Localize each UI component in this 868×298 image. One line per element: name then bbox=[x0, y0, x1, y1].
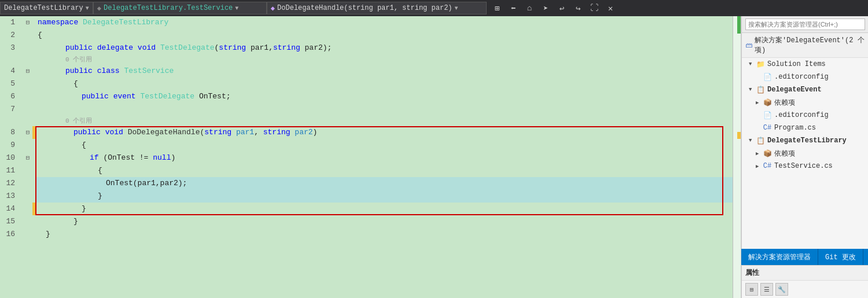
solution-icon: 🗃 bbox=[745, 41, 752, 50]
se-search-input[interactable] bbox=[745, 19, 865, 30]
proj-icon-delegate-event: 📋 bbox=[756, 85, 765, 94]
ln-7: 7 bbox=[0, 103, 19, 116]
properties-panel: 属性 ⊞ ☰ 🔧 bbox=[741, 265, 868, 298]
tab-solution-explorer[interactable]: 解决方案资源管理器 bbox=[741, 249, 818, 265]
ln-3: 3 bbox=[0, 42, 19, 54]
main-content: 1 2 3 4 5 6 7 8 9 10 11 12 13 💡 14 15 bbox=[0, 16, 868, 298]
file-icon-editorconfig-1: 📄 bbox=[763, 72, 772, 82]
se-search-bar bbox=[742, 16, 868, 33]
code-line-3: public delegate void TestDelegate ( stri… bbox=[35, 42, 741, 54]
class-dropdown-label: DelegateTestLibrary.TestService bbox=[104, 4, 233, 12]
class-dropdown-arrow: ▼ bbox=[235, 5, 238, 12]
ref-hint-0: 0 个引用 bbox=[35, 54, 741, 65]
ln-12: 12 bbox=[0, 177, 19, 190]
redo-button[interactable]: ↪ bbox=[570, 2, 586, 14]
split-view-button[interactable]: ⊞ bbox=[489, 2, 505, 14]
prop-icon-wrench[interactable]: 🔧 bbox=[775, 283, 788, 296]
class-dropdown[interactable]: ◆ DelegateTestLibrary.TestService ▼ bbox=[93, 2, 267, 14]
ln-14: 14 bbox=[0, 203, 19, 215]
deps-icon-2: 📦 bbox=[763, 149, 772, 158]
se-solution-title: 🗃 解决方案'DelegateEvent'(2 个项) bbox=[742, 33, 868, 58]
code-line-5: { bbox=[35, 78, 741, 90]
tree-arrow-deps-1: ▶ bbox=[756, 100, 763, 106]
full-screen-button[interactable]: ⛶ bbox=[586, 2, 602, 14]
minimap-scrollbar[interactable] bbox=[733, 16, 741, 298]
tree-arrow-deps-2: ▶ bbox=[756, 150, 763, 157]
folder-icon-solution-items: 📁 bbox=[756, 60, 765, 69]
code-line-13: } bbox=[35, 190, 741, 203]
code-line-11: { bbox=[35, 164, 741, 177]
code-line-12: OnTest(par1,par2); bbox=[35, 177, 741, 190]
method-dropdown[interactable]: ◆ DoDelegateHandle(string par1, string p… bbox=[267, 2, 487, 14]
tree-item-editorconfig-1[interactable]: 📄 .editorconfig bbox=[742, 71, 868, 83]
properties-title: 属性 bbox=[742, 266, 868, 281]
tab-git-changes[interactable]: Git 更改 bbox=[818, 249, 863, 265]
ln-16: 16 bbox=[0, 228, 19, 241]
code-line-14: } bbox=[35, 203, 741, 215]
code-lines: 1 2 3 4 5 6 7 8 9 10 11 12 13 💡 14 15 bbox=[0, 16, 741, 298]
ref-hint-row-0 bbox=[0, 54, 19, 65]
ln-13: 13 💡 bbox=[0, 190, 19, 203]
ln-2: 2 bbox=[0, 29, 19, 42]
ln-9: 9 bbox=[0, 139, 19, 152]
nav-home-button[interactable]: ⌂ bbox=[521, 2, 538, 14]
proj-icon-delegate-test-lib: 📋 bbox=[756, 136, 765, 145]
code-line-9: { bbox=[35, 139, 741, 152]
ref-hint-1: 0 个引用 bbox=[35, 116, 741, 126]
tree-item-solution-items[interactable]: ▼ 📁 Solution Items bbox=[742, 58, 868, 71]
ln-11: 11 bbox=[0, 164, 19, 177]
deps-icon-1: 📦 bbox=[763, 98, 772, 107]
scroll-indicator-green bbox=[737, 16, 741, 34]
namespace-dropdown-arrow: ▼ bbox=[86, 5, 89, 12]
prop-icons: ⊞ ☰ 🔧 bbox=[742, 281, 868, 298]
cs-icon-test-service: C# bbox=[763, 161, 772, 171]
code-line-6: public event TestDelegate OnTest; bbox=[35, 90, 741, 103]
class-icon: ◆ bbox=[97, 4, 101, 13]
top-bar: DelegateTestLibrary ▼ ◆ DelegateTestLibr… bbox=[0, 0, 868, 16]
tree-item-editorconfig-2[interactable]: 📄 .editorconfig bbox=[742, 109, 868, 122]
code-line-16: } bbox=[35, 228, 741, 241]
file-icon-editorconfig-2: 📄 bbox=[763, 111, 772, 120]
bottom-tabs: 解决方案资源管理器 Git 更改 bbox=[741, 249, 868, 265]
scroll-indicator-yellow bbox=[737, 132, 741, 139]
line-numbers: 1 2 3 4 5 6 7 8 9 10 11 12 13 💡 14 15 bbox=[0, 16, 23, 298]
editor-area: 1 2 3 4 5 6 7 8 9 10 11 12 13 💡 14 15 bbox=[0, 16, 741, 298]
cs-icon-program: C# bbox=[763, 123, 772, 133]
se-tree: ▼ 📁 Solution Items 📄 .editorconfig ▼ 📋 D… bbox=[742, 58, 868, 249]
namespace-dropdown[interactable]: DelegateTestLibrary ▼ bbox=[0, 2, 93, 14]
code-line-2: { bbox=[35, 29, 741, 42]
method-dropdown-label: DoDelegateHandle(string par1, string par… bbox=[277, 4, 452, 12]
ln-15: 15 bbox=[0, 215, 19, 228]
code-line-7 bbox=[35, 103, 741, 116]
nav-back-button[interactable]: ⬅ bbox=[505, 2, 521, 14]
tree-item-test-service-cs[interactable]: ▶ C# TestService.cs bbox=[742, 160, 868, 172]
prop-icon-list[interactable]: ☰ bbox=[760, 283, 773, 296]
right-panel: 🗃 解决方案'DelegateEvent'(2 个项) ▼ 📁 Solution… bbox=[741, 16, 868, 298]
close-editor-button[interactable]: ✕ bbox=[602, 2, 619, 14]
prop-icon-grid[interactable]: ⊞ bbox=[745, 283, 758, 296]
code-line-10: if (OnTest != null ) bbox=[35, 152, 741, 164]
nav-forward-button[interactable]: ➤ bbox=[538, 2, 554, 14]
tree-arrow-test-service-cs: ▶ bbox=[756, 163, 763, 170]
ln-8: 8 bbox=[0, 126, 19, 139]
tree-item-program-cs[interactable]: C# Program.cs bbox=[742, 122, 868, 134]
code-line-1: namespace DelegateTestLibrary bbox=[35, 16, 741, 29]
namespace-dropdown-label: DelegateTestLibrary bbox=[4, 4, 83, 12]
tree-item-delegate-test-lib[interactable]: ▼ 📋 DelegateTestLibrary bbox=[742, 134, 868, 147]
undo-button[interactable]: ↩ bbox=[554, 2, 570, 14]
ln-5: 5 bbox=[0, 78, 19, 90]
tree-arrow-delegate-test-lib: ▼ bbox=[749, 138, 756, 144]
ln-4: 4 bbox=[0, 65, 19, 78]
solution-explorer: 🗃 解决方案'DelegateEvent'(2 个项) ▼ 📁 Solution… bbox=[741, 16, 868, 249]
tree-item-deps-1[interactable]: ▶ 📦 依赖项 bbox=[742, 96, 868, 109]
ln-10: 10 bbox=[0, 152, 19, 164]
code-content[interactable]: namespace DelegateTestLibrary { public d… bbox=[35, 16, 741, 298]
code-line-4: public class TestService bbox=[35, 65, 741, 78]
tree-arrow-delegate-event: ▼ bbox=[749, 87, 756, 93]
tree-item-delegate-event[interactable]: ▼ 📋 DelegateEvent bbox=[742, 83, 868, 96]
tree-arrow-solution-items: ▼ bbox=[749, 61, 756, 67]
tree-item-deps-2[interactable]: ▶ 📦 依赖项 bbox=[742, 147, 868, 160]
collapse-icons: ⊟ ⊟ ⊟ ⊟ bbox=[23, 16, 32, 298]
method-dropdown-arrow: ▼ bbox=[455, 5, 458, 12]
method-icon: ◆ bbox=[271, 4, 275, 13]
